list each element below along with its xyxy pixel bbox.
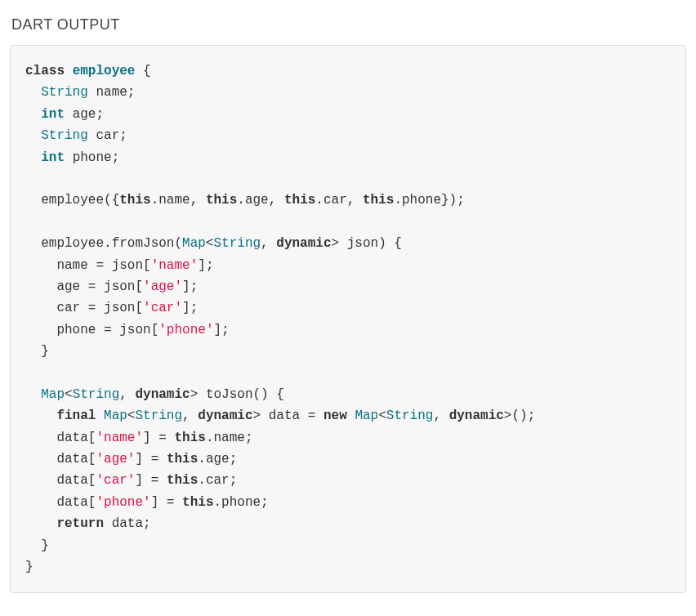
kw-this: this	[363, 193, 394, 208]
var-data: data	[56, 473, 87, 488]
str-phone: 'phone'	[158, 323, 213, 337]
type-string: String	[41, 128, 88, 143]
paren-open: (	[104, 193, 112, 208]
osq: [	[88, 495, 96, 510]
field-name: name	[158, 193, 190, 208]
brace-close: }	[41, 344, 49, 359]
kw-this: this	[206, 193, 237, 208]
osq: [	[88, 452, 96, 466]
dot: .	[315, 193, 323, 208]
comma: ,	[269, 193, 277, 208]
field-age: age	[73, 107, 96, 122]
paren-open: (	[174, 236, 182, 251]
brace-close: }	[441, 193, 449, 208]
semi: ;	[261, 495, 269, 510]
param-json: json	[347, 236, 378, 251]
eq: =	[151, 473, 159, 488]
field-car: car	[206, 473, 230, 488]
brace-open: {	[143, 64, 151, 78]
dot: .	[198, 452, 206, 466]
type-map: Map	[355, 408, 378, 423]
gt: >	[504, 408, 512, 423]
param-json: json	[104, 301, 135, 315]
brace-open: {	[276, 387, 284, 402]
field-phone: phone	[221, 495, 261, 510]
eq: =	[88, 301, 96, 315]
kw-dynamic: dynamic	[198, 408, 252, 423]
type-int: int	[41, 107, 65, 122]
kw-this: this	[167, 473, 198, 488]
method-fromjson: fromJson	[112, 236, 175, 251]
eq: =	[88, 279, 96, 294]
csq: ]	[182, 279, 190, 294]
field-name: name	[213, 431, 244, 445]
paren-close: )	[520, 408, 528, 423]
kw-this: this	[182, 495, 213, 510]
kw-return: return	[56, 516, 104, 531]
type-map: Map	[182, 236, 206, 251]
var-data: data	[56, 431, 87, 445]
eq: =	[308, 408, 316, 423]
lt: <	[378, 408, 386, 423]
semi: ;	[528, 408, 536, 423]
dot: .	[104, 236, 112, 251]
semi: ;	[143, 516, 151, 531]
eq: =	[104, 323, 112, 337]
field-car: car	[323, 193, 347, 208]
comma: ,	[182, 408, 190, 423]
comma: ,	[119, 387, 127, 402]
lt: <	[127, 408, 136, 423]
section-heading: DART OUTPUT	[11, 16, 686, 33]
kw-final: final	[56, 408, 96, 423]
csq: ]	[213, 323, 221, 337]
ctor-name: employee	[41, 193, 104, 208]
semi: ;	[230, 473, 238, 488]
csq: ]	[198, 258, 206, 273]
type-string: String	[73, 387, 120, 402]
str-name: 'name'	[151, 258, 199, 273]
str-phone: 'phone'	[96, 495, 150, 510]
paren-open: (	[511, 408, 520, 423]
brace-open: {	[112, 193, 120, 208]
field-phone: phone	[402, 193, 441, 208]
eq: =	[96, 258, 104, 273]
type-map: Map	[104, 408, 127, 423]
kw-this: this	[174, 431, 205, 445]
comma: ,	[347, 193, 355, 208]
osq: [	[135, 301, 143, 315]
type-int: int	[41, 150, 65, 165]
dot: .	[237, 193, 245, 208]
semi: ;	[221, 323, 230, 337]
eq: =	[158, 431, 167, 445]
str-car: 'car'	[96, 473, 135, 488]
csq: ]	[143, 431, 151, 445]
param-json: json	[119, 323, 150, 337]
var-data: data	[56, 495, 87, 510]
csq: ]	[135, 452, 143, 466]
type-string: String	[386, 408, 434, 423]
field-phone: phone	[73, 150, 112, 165]
str-name: 'name'	[96, 431, 143, 445]
type-string: String	[135, 408, 182, 423]
kw-this: this	[167, 452, 198, 466]
kw-class: class	[25, 64, 65, 78]
param-json: json	[112, 258, 143, 273]
dot: .	[198, 473, 206, 488]
dot: .	[213, 495, 221, 510]
field-name: name	[96, 85, 127, 100]
semi: ;	[206, 258, 214, 273]
field-age: age	[206, 452, 230, 466]
osq: [	[151, 323, 159, 337]
method-tojson: toJson	[206, 387, 253, 402]
semi: ;	[230, 452, 238, 466]
var-data: data	[269, 408, 300, 423]
gt: >	[253, 408, 261, 423]
ctor-fromjson-name: employee	[41, 236, 104, 251]
osq: [	[143, 258, 151, 273]
osq: [	[135, 279, 143, 294]
semi: ;	[457, 193, 465, 208]
csq: ]	[182, 301, 190, 315]
field-car: car	[56, 301, 80, 315]
paren-close: )	[449, 193, 457, 208]
semi: ;	[190, 301, 199, 315]
